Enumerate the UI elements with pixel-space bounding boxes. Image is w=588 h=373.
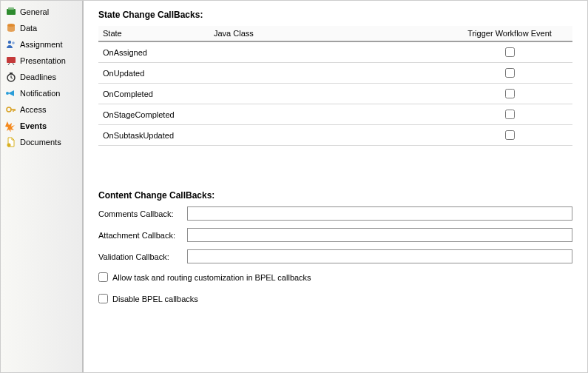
access-icon [5, 104, 17, 115]
allow-customization-checkbox[interactable] [98, 272, 108, 282]
trigger-cell [447, 63, 572, 84]
svg-point-10 [7, 144, 11, 147]
events-icon [5, 120, 17, 132]
data-icon [5, 22, 17, 34]
attachment-callback-input[interactable] [187, 228, 572, 242]
state-change-table: State Java Class Trigger Workflow Event … [98, 26, 572, 146]
trigger-cell [447, 84, 572, 104]
allow-customization-label[interactable]: Allow task and routing customization in … [112, 273, 311, 282]
svg-point-4 [12, 41, 15, 44]
comments-callback-label: Comments Callback: [98, 209, 187, 218]
sidebar-item-general[interactable]: General [1, 4, 82, 20]
notification-icon [5, 87, 17, 99]
sidebar-item-label: Deadlines [20, 73, 56, 81]
trigger-checkbox[interactable] [505, 68, 515, 78]
java-class-cell[interactable] [209, 41, 447, 63]
content-change-title: Content Change CallBacks: [98, 190, 572, 201]
sidebar-item-presentation[interactable]: Presentation [1, 53, 82, 69]
state-change-title: State Change CallBacks: [98, 10, 572, 20]
sidebar-item-events[interactable]: Events [1, 118, 82, 134]
table-row: OnUpdated [98, 63, 572, 84]
java-class-cell[interactable] [209, 125, 447, 146]
app-window: GeneralDataAssignmentPresentationDeadlin… [0, 0, 588, 373]
svg-point-3 [8, 41, 11, 44]
trigger-checkbox[interactable] [505, 130, 515, 140]
attachment-callback-row: Attachment Callback: [98, 228, 572, 242]
validation-callback-input[interactable] [187, 249, 572, 263]
svg-rect-7 [10, 73, 13, 74]
allow-customization-row: Allow task and routing customization in … [98, 272, 572, 282]
sidebar-item-label: Presentation [20, 56, 66, 65]
col-state: State [98, 26, 209, 41]
disable-bpel-row: Disable BPEL callbacks [98, 294, 572, 303]
table-row: OnSubtaskUpdated [98, 125, 572, 146]
sidebar-item-label: General [20, 7, 49, 16]
svg-rect-5 [7, 57, 16, 63]
svg-rect-0 [7, 9, 16, 15]
trigger-cell [447, 125, 572, 146]
comments-callback-row: Comments Callback: [98, 206, 572, 221]
state-cell[interactable]: OnAssigned [98, 41, 209, 63]
sidebar: GeneralDataAssignmentPresentationDeadlin… [1, 1, 84, 372]
documents-icon [5, 136, 17, 148]
validation-callback-label: Validation Callback: [98, 252, 187, 261]
sidebar-item-access[interactable]: Access [1, 101, 82, 118]
java-class-cell[interactable] [209, 84, 447, 104]
state-cell[interactable]: OnCompleted [98, 84, 209, 104]
sidebar-item-label: Notification [20, 89, 60, 98]
trigger-checkbox[interactable] [505, 110, 515, 119]
disable-bpel-label[interactable]: Disable BPEL callbacks [112, 295, 198, 303]
content-pane: State Change CallBacks: State Java Class… [84, 1, 587, 372]
sidebar-item-data[interactable]: Data [1, 20, 82, 36]
svg-point-9 [7, 107, 11, 112]
trigger-checkbox[interactable] [505, 89, 515, 98]
sidebar-item-label: Events [20, 121, 47, 130]
sidebar-item-assignment[interactable]: Assignment [1, 36, 82, 53]
sidebar-item-documents[interactable]: Documents [1, 134, 82, 150]
state-cell[interactable]: OnSubtaskUpdated [98, 125, 209, 146]
deadlines-icon [5, 71, 17, 83]
table-row: OnCompleted [98, 84, 572, 104]
col-java-class: Java Class [209, 26, 447, 41]
sidebar-item-notification[interactable]: Notification [1, 85, 82, 101]
comments-callback-input[interactable] [187, 206, 572, 221]
sidebar-item-deadlines[interactable]: Deadlines [1, 69, 82, 85]
presentation-icon [5, 55, 17, 67]
assignment-icon [5, 38, 17, 50]
svg-rect-1 [8, 7, 14, 10]
state-cell[interactable]: OnUpdated [98, 63, 209, 84]
trigger-cell [447, 104, 572, 125]
trigger-checkbox[interactable] [505, 47, 515, 57]
table-row: OnAssigned [98, 41, 572, 63]
disable-bpel-checkbox[interactable] [98, 294, 108, 303]
attachment-callback-label: Attachment Callback: [98, 231, 187, 240]
sidebar-item-label: Assignment [20, 40, 62, 49]
col-trigger: Trigger Workflow Event [447, 26, 572, 41]
trigger-cell [447, 41, 572, 63]
table-row: OnStageCompleted [98, 104, 572, 125]
svg-point-8 [6, 92, 9, 95]
java-class-cell[interactable] [209, 63, 447, 84]
general-icon [5, 6, 17, 18]
sidebar-item-label: Documents [20, 138, 61, 147]
java-class-cell[interactable] [209, 104, 447, 125]
validation-callback-row: Validation Callback: [98, 249, 572, 263]
sidebar-item-label: Data [20, 24, 37, 33]
sidebar-item-label: Access [20, 105, 46, 114]
state-cell[interactable]: OnStageCompleted [98, 104, 209, 125]
